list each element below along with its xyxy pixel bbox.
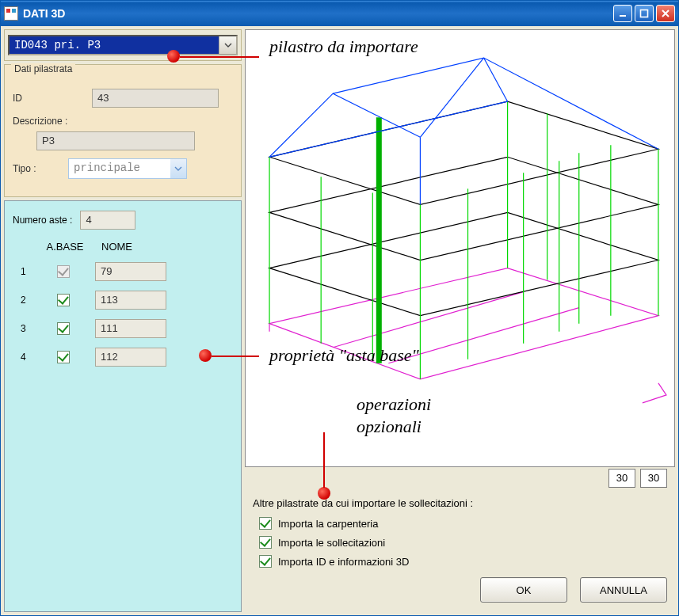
bottom-panel: 30 30 Altre pilastrate da cui importare …	[245, 470, 675, 612]
check-carpenteria-label: Importa la carpenteria	[278, 518, 378, 530]
callout-line	[212, 356, 259, 357]
svg-rect-1	[641, 10, 648, 17]
maximize-button[interactable]	[635, 5, 654, 22]
coord-b[interactable]: 30	[640, 469, 667, 488]
tipo-select-text: principale	[69, 159, 170, 178]
pilastro-combo-text: ID043 pri. P3	[10, 36, 219, 54]
nome-field-2[interactable]: 113	[95, 291, 166, 310]
aste-group: Numero aste : 4 A.BASE NOME 1 79 2 113	[4, 200, 242, 612]
descrizione-field[interactable]: P3	[36, 131, 195, 150]
chevron-down-icon[interactable]	[170, 159, 186, 178]
abase-checkbox-1[interactable]	[57, 265, 70, 278]
cancel-button[interactable]: ANNULLA	[580, 577, 667, 603]
pilastro-combo[interactable]: ID043 pri. P3	[8, 35, 238, 55]
id-field[interactable]: 43	[92, 89, 219, 108]
titlebar: DATI 3D	[1, 1, 678, 26]
app-icon	[4, 6, 18, 21]
aste-row: 1 79	[13, 262, 233, 281]
col-abase: A.BASE	[41, 241, 89, 253]
numero-aste-field[interactable]: 4	[80, 211, 135, 230]
abase-checkbox-2[interactable]	[57, 294, 70, 306]
window: DATI 3D ID043 pri. P3	[0, 0, 679, 616]
col-nome: NOME	[97, 241, 168, 253]
tipo-label: Tipo :	[13, 163, 60, 174]
callout-dot-asta	[199, 349, 212, 362]
callout-dot-combo	[167, 50, 180, 63]
wireframe-icon	[246, 30, 674, 427]
svg-rect-0	[620, 15, 626, 17]
tipo-select[interactable]: principale	[68, 158, 187, 179]
aste-row-num: 3	[21, 323, 32, 334]
dati-pilastrata-group: Dati pilastrata ID 43 Descrizione : P3 T…	[4, 64, 242, 197]
check-id3d[interactable]	[259, 555, 272, 568]
abase-checkbox-4[interactable]	[57, 351, 70, 363]
check-carpenteria[interactable]	[259, 517, 272, 530]
close-button[interactable]	[656, 5, 675, 22]
callout-line	[323, 432, 325, 488]
check-id3d-label: Importa ID e informazioni 3D	[278, 556, 409, 568]
nome-field-1[interactable]: 79	[95, 262, 166, 281]
minimize-button[interactable]	[613, 5, 632, 22]
id-label: ID	[13, 93, 84, 104]
aste-row-num: 4	[21, 352, 32, 363]
nome-field-4[interactable]: 112	[95, 348, 166, 367]
ok-button[interactable]: OK	[480, 577, 567, 603]
abase-checkbox-3[interactable]	[57, 322, 70, 335]
descrizione-label: Descrizione :	[13, 116, 67, 127]
callout-line	[180, 56, 259, 58]
check-sollecitazioni-label: Importa le sollecitazioni	[278, 537, 385, 549]
coord-a[interactable]: 30	[608, 469, 635, 488]
aste-row-num: 2	[21, 295, 32, 306]
callout-dot-ops	[318, 487, 330, 500]
window-title: DATI 3D	[23, 7, 613, 20]
numero-aste-label: Numero aste :	[13, 215, 72, 226]
3d-viewport[interactable]: pilastro da importare proprietà "asta ba…	[245, 29, 675, 467]
imports-label: Altre pilastrate da cui importare le sol…	[253, 497, 667, 509]
check-sollecitazioni[interactable]	[259, 536, 272, 549]
aste-row: 2 113	[13, 291, 233, 310]
chevron-down-icon[interactable]	[219, 36, 236, 54]
aste-row: 3 111	[13, 319, 233, 338]
aste-row-num: 1	[21, 266, 32, 277]
nome-field-3[interactable]: 111	[95, 319, 166, 338]
dati-pilastrata-legend: Dati pilastrata	[11, 63, 75, 74]
